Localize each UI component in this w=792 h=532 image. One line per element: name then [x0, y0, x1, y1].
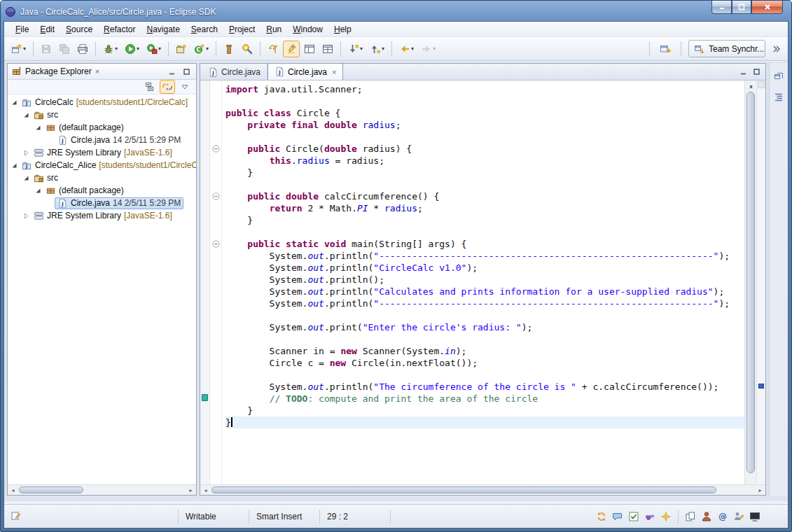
new-java-project-button[interactable] [173, 41, 190, 57]
editor-vscroll-thumb[interactable] [746, 92, 755, 473]
trim-status-button[interactable] [11, 510, 22, 524]
code-line[interactable]: System.out.println("The circumference of… [225, 381, 744, 393]
open-type-button[interactable] [221, 41, 237, 57]
code-line[interactable] [225, 95, 744, 107]
menu-source[interactable]: Source [60, 22, 98, 36]
explorer-hscrollbar[interactable]: ◂ ▸ [8, 484, 196, 495]
previous-annotation-button[interactable]: ▾ [367, 41, 387, 57]
fold-collapse-icon[interactable] [211, 239, 221, 248]
menu-window[interactable]: Window [287, 22, 328, 36]
new-wizard-button[interactable]: ▾ [8, 41, 29, 57]
code-line[interactable]: public double calcCircumference() { [225, 190, 744, 202]
run-external-button[interactable]: ▾ [144, 41, 164, 57]
editor-tab-2[interactable]: JCircle.java× [268, 63, 343, 80]
tree-item-src[interactable]: src [8, 108, 196, 121]
code-line[interactable]: System.out.println("--------------------… [225, 250, 744, 262]
tree-item-circle-java[interactable]: JCircle.java14 2/5/11 5:29 PM [8, 134, 196, 146]
tree-item-circlecalc[interactable]: JCircleCalc[students/student1/CircleCalc… [8, 96, 196, 108]
feedback-button[interactable] [611, 510, 624, 523]
code-line[interactable]: System.out.println("Calculates and print… [225, 286, 744, 298]
task-marker-icon[interactable] [202, 394, 208, 401]
code-line[interactable]: // TODO: compute and print the area of t… [225, 393, 744, 405]
code-line[interactable]: System.out.println(); [225, 274, 744, 286]
expander-expanded-icon[interactable] [22, 111, 30, 119]
code-line[interactable]: public class Circle { [225, 107, 744, 119]
debug-button[interactable]: ▾ [100, 41, 120, 57]
tasks-button[interactable] [627, 510, 640, 523]
code-line[interactable]: Scanner in = new Scanner(System.in); [225, 345, 744, 357]
menu-help[interactable]: Help [328, 22, 357, 36]
scroll-right-icon[interactable]: ▸ [186, 485, 196, 495]
code-line[interactable]: } [225, 214, 744, 226]
overview-task-marker[interactable] [758, 384, 764, 388]
print-button[interactable] [74, 41, 91, 57]
tree-item-circle-java[interactable]: JCircle.java14 2/5/11 5:29 PM [8, 197, 196, 209]
minimize-button[interactable] [711, 1, 732, 14]
editor-hscrollbar[interactable]: ◂ ▸ [200, 484, 765, 495]
show-source-button[interactable] [301, 41, 318, 57]
code-line[interactable]: } [225, 416, 744, 428]
expander-expanded-icon[interactable] [34, 187, 42, 195]
save-button[interactable] [38, 41, 55, 57]
expander-collapsed-icon[interactable] [22, 212, 30, 220]
code-line[interactable]: private final double radius; [225, 119, 744, 131]
show-selected-button[interactable] [319, 41, 336, 57]
code-line[interactable]: import java.util.Scanner; [225, 83, 744, 95]
menu-refactor[interactable]: Refactor [98, 22, 141, 36]
mark-occurrences-button[interactable] [283, 41, 300, 57]
open-perspective-button[interactable] [657, 41, 674, 57]
edit-contact-button[interactable] [732, 510, 745, 523]
code-line[interactable]: this.radius = radius; [225, 155, 744, 167]
expander-expanded-icon[interactable] [22, 174, 30, 182]
close-button[interactable] [751, 1, 783, 14]
code-line[interactable]: Circle c = new Circle(in.nextFloat()); [225, 357, 744, 369]
code-area[interactable]: import java.util.Scanner;public class Ci… [222, 80, 744, 484]
scroll-right-icon[interactable]: ▸ [755, 485, 765, 495]
tree-item-default-package[interactable]: (default package) [8, 121, 196, 134]
code-line[interactable] [225, 226, 744, 238]
expander-collapsed-icon[interactable] [22, 149, 30, 157]
minimize-view-button[interactable] [166, 66, 178, 77]
explorer-hscroll-thumb[interactable] [19, 486, 83, 493]
maximize-editor-button[interactable] [751, 66, 763, 77]
menu-run[interactable]: Run [260, 22, 287, 36]
code-line[interactable] [225, 369, 744, 381]
editor-vscrollbar[interactable]: ▴ ▾ [744, 80, 756, 484]
tree-item-jre-system-library[interactable]: JRE System Library[JavaSE-1.6] [8, 209, 196, 222]
search-button[interactable] [239, 41, 256, 57]
back-button[interactable]: ▾ [396, 41, 417, 57]
link-editor-button[interactable] [160, 80, 175, 94]
collapse-all-button[interactable] [142, 80, 158, 94]
title-bar[interactable]: Java - CircleCalc_Alice/src/Circle.java … [5, 3, 787, 21]
outline-button[interactable] [771, 90, 786, 105]
menu-file[interactable]: File [10, 22, 34, 36]
code-line[interactable]: System.out.println("CircleCalc v1.0"); [225, 262, 744, 274]
view-menu-button[interactable] [177, 80, 193, 94]
code-line[interactable]: System.out.println("--------------------… [225, 298, 744, 309]
editor-tab-1[interactable]: JCircle.java [202, 64, 268, 80]
code-line[interactable]: public static void main(String[] args) { [225, 238, 744, 250]
perspective-overflow-button[interactable] [768, 41, 785, 57]
last-edit-location-button[interactable] [265, 41, 282, 57]
code-line[interactable] [225, 131, 744, 143]
tree-item-default-package[interactable]: (default package) [8, 184, 196, 197]
editor-hscroll-thumb[interactable] [211, 486, 716, 493]
package-explorer-header[interactable]: Package Explorer × [8, 64, 196, 80]
overview-ruler[interactable] [756, 80, 765, 484]
tree-item-circlecalc-alice[interactable]: JCircleCalc_Alice[students/student1/Circ… [8, 159, 196, 172]
contact-button[interactable] [700, 510, 713, 523]
forward-button[interactable]: ▾ [418, 41, 438, 57]
close-tab-icon[interactable]: × [332, 68, 336, 76]
code-line[interactable]: public Circle(double radius) { [225, 143, 744, 155]
sync-status-button[interactable] [595, 510, 608, 523]
expander-expanded-icon[interactable] [11, 99, 18, 106]
fold-collapse-icon[interactable] [211, 144, 221, 153]
scroll-left-icon[interactable]: ◂ [8, 485, 18, 495]
code-line[interactable]: } [225, 405, 744, 416]
fold-gutter[interactable] [210, 80, 222, 484]
menu-edit[interactable]: Edit [34, 22, 60, 36]
run-button[interactable]: ▾ [122, 41, 142, 57]
menu-search[interactable]: Search [186, 22, 223, 36]
expander-expanded-icon[interactable] [34, 124, 42, 132]
code-line[interactable]: } [225, 167, 744, 178]
